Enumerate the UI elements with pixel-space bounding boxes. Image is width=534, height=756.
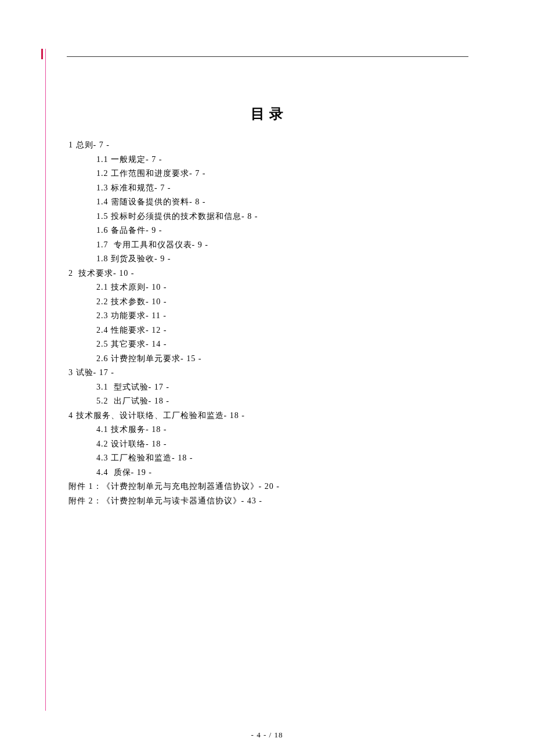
toc-entry: 5.2 出厂试验- 18 - — [68, 394, 470, 409]
toc-entry: 1 总则- 7 - — [68, 138, 470, 153]
toc-entry: 1.7 专用工具和仪器仪表- 9 - — [68, 238, 470, 253]
toc-entry: 1.3 标准和规范- 7 - — [68, 181, 470, 196]
toc-entry: 2.4 性能要求- 12 - — [68, 323, 470, 338]
toc-entry: 2.2 技术参数- 10 - — [68, 295, 470, 309]
header-rule — [67, 56, 468, 57]
header-dotted-segment: . . . . . . . . . . . . . . . . . . . . … — [196, 53, 405, 55]
toc-entry: 1.8 到货及验收- 9 - — [68, 252, 470, 267]
toc-entry: 2.6 计费控制单元要求- 15 - — [68, 352, 470, 366]
toc-entry: 2 技术要求- 10 - — [68, 267, 470, 281]
toc-entry: 附件 1：《计费控制单元与充电控制器通信协议》- 20 - — [68, 480, 470, 494]
toc-entry: 2.5 其它要求- 14 - — [68, 337, 470, 352]
toc-entry: 3.1 型式试验- 17 - — [68, 380, 470, 395]
toc-entry: 4.2 设计联络- 18 - — [68, 437, 470, 452]
toc-title: 目录 — [68, 105, 470, 123]
toc-entry: 1.5 投标时必须提供的技术数据和信息- 8 - — [68, 210, 470, 224]
cursor-indicator — [41, 49, 43, 59]
document-content: 目录 1 总则- 7 -1.1 一般规定- 7 -1.2 工作范围和进度要求- … — [68, 105, 470, 508]
toc-entry: 2.3 功能要求- 11 - — [68, 309, 470, 323]
page-footer: - 4 - / 18 — [0, 730, 534, 740]
toc-entry: 附件 2：《计费控制单元与读卡器通信协议》- 43 - — [68, 494, 470, 509]
left-margin-line — [45, 49, 46, 711]
toc-entry: 1.4 需随设备提供的资料- 8 - — [68, 195, 470, 210]
toc-entry: 4.4 质保- 19 - — [68, 466, 470, 480]
toc-entry: 1.2 工作范围和进度要求- 7 - — [68, 167, 470, 181]
toc-entry: 4.1 技术服务- 18 - — [68, 423, 470, 437]
toc-entry: 4.3 工厂检验和监造- 18 - — [68, 451, 470, 466]
toc-entry: 1.1 一般规定- 7 - — [68, 153, 470, 167]
toc-entry: 1.6 备品备件- 9 - — [68, 224, 470, 238]
toc-entry: 3 试验- 17 - — [68, 366, 470, 380]
toc-entry: 4 技术服务、设计联络、工厂检验和监造- 18 - — [68, 409, 470, 423]
toc-container: 1 总则- 7 -1.1 一般规定- 7 -1.2 工作范围和进度要求- 7 -… — [68, 138, 470, 508]
toc-entry: 2.1 技术原则- 10 - — [68, 280, 470, 295]
